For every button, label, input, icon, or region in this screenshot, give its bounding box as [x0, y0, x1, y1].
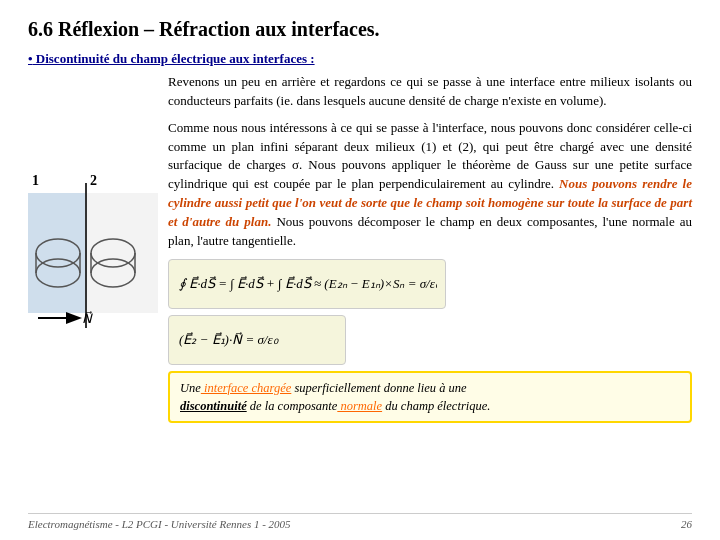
title-number: 6.: [28, 18, 43, 40]
formula-svg-2: (E⃗₂ − E⃗₁)·N⃗ = σ/ε₀: [177, 320, 337, 356]
highlight-discontinuite: discontinuité: [180, 399, 247, 413]
highlight-interface: interface chargée: [201, 381, 291, 395]
highlight-end: du champ électrique.: [382, 399, 490, 413]
footer-left: Electromagnétisme - L2 PCGI - Université…: [28, 518, 291, 530]
content-area: 1 2: [28, 73, 692, 423]
section-title: • Discontinuité du champ électrique aux …: [28, 51, 692, 67]
footer: Electromagnétisme - L2 PCGI - Université…: [28, 513, 692, 530]
svg-text:∮ E⃗·dS⃗ = ∫ E⃗·dS⃗ + ∫ E⃗·dS⃗: ∮ E⃗·dS⃗ = ∫ E⃗·dS⃗ + ∫ E⃗·dS⃗ ≈ (E₂ₙ − …: [179, 276, 437, 292]
highlight-start: Une: [180, 381, 201, 395]
left-diagram: 1 2: [28, 173, 158, 423]
diagram-label-2: 2: [90, 173, 97, 189]
paragraph-1: Revenons un peu en arrière et regardons …: [168, 73, 692, 111]
formula-area: ∮ E⃗·dS⃗ = ∫ E⃗·dS⃗ + ∫ E⃗·dS⃗ ≈ (E₂ₙ − …: [168, 259, 692, 309]
main-title: 6.6 Réflexion – Réfraction aux interface…: [28, 18, 692, 41]
formula-area-2: (E⃗₂ − E⃗₁)·N⃗ = σ/ε₀: [168, 315, 692, 365]
right-text: Revenons un peu en arrière et regardons …: [168, 73, 692, 423]
highlight-mid1: superficiellement donne lieu à une: [291, 381, 466, 395]
highlight-normale: normale: [337, 399, 382, 413]
page: 6.6 Réflexion – Réfraction aux interface…: [0, 0, 720, 540]
svg-rect-1: [86, 193, 158, 313]
title-text: Réflexion – Réfraction aux interfaces.: [53, 18, 380, 40]
section-label: Discontinuité du champ électrique aux in…: [33, 51, 315, 66]
diagram-label-1: 1: [32, 173, 39, 189]
highlight-box: Une interface chargée superficiellement …: [168, 371, 692, 423]
svg-text:N⃗: N⃗: [82, 311, 93, 326]
highlight-mid2: de la composante: [247, 399, 338, 413]
formula-result: (E⃗₂ − E⃗₁)·N⃗ = σ/ε₀: [168, 315, 346, 365]
svg-text:(E⃗₂ − E⃗₁)·N⃗ = σ/ε₀: (E⃗₂ − E⃗₁)·N⃗ = σ/ε₀: [179, 332, 279, 347]
formula-integral: ∮ E⃗·dS⃗ = ∫ E⃗·dS⃗ + ∫ E⃗·dS⃗ ≈ (E₂ₙ − …: [168, 259, 446, 309]
formula-svg-1: ∮ E⃗·dS⃗ = ∫ E⃗·dS⃗ + ∫ E⃗·dS⃗ ≈ (E₂ₙ − …: [177, 264, 437, 300]
title-number2: 6: [43, 18, 53, 40]
footer-right: 26: [681, 518, 692, 530]
diagram-svg: N⃗: [28, 173, 158, 333]
paragraph-2: Comme nous nous intéressons à ce qui se …: [168, 119, 692, 251]
